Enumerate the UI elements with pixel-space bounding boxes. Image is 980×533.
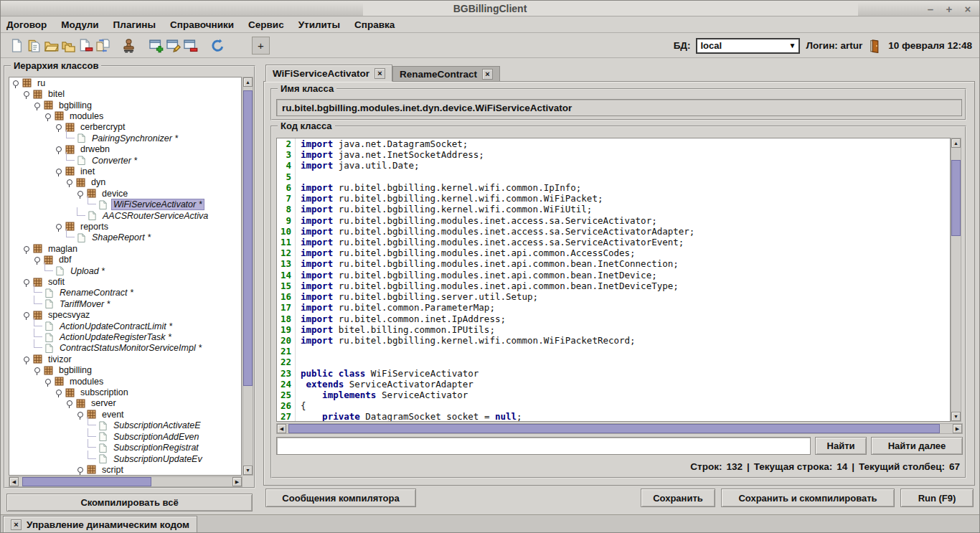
tree-horizontal-scrollbar[interactable]: ◀ ▶ [9,476,242,487]
expand-handle-icon[interactable] [77,189,85,198]
expand-handle-icon[interactable] [55,388,64,397]
scroll-right-icon[interactable]: ▶ [953,424,962,433]
exit-door-icon[interactable] [868,39,882,53]
tree-node-subscriptionregistrat[interactable]: SubscriptionRegistrat [9,442,241,453]
minimize-button[interactable]: – [925,3,936,15]
tree-node-modules[interactable]: modules [9,376,241,387]
menu-spravochniki[interactable]: Справочники [170,19,242,30]
expand-handle-icon[interactable] [55,145,64,154]
code-line-21[interactable]: 21 [277,346,950,357]
expand-handle-icon[interactable] [55,167,64,176]
save-and-compile-button[interactable]: Сохранить и скомпилировать [721,489,895,507]
tree-node-contractstatusmonitorserviceimpl[interactable]: ContractStatusMonitorServiceImpl * [9,343,241,354]
code-line-24[interactable]: 24 extends ServiceActivatorAdapter [277,379,950,390]
code-line-9[interactable]: 9import ru.bitel.bgbilling.modules.inet.… [277,215,950,226]
menu-dogovor[interactable]: Договор [6,19,55,30]
code-line-7[interactable]: 7import ru.bitel.bgbilling.kernel.wifi.c… [277,193,950,204]
code-line-18[interactable]: 18import ru.bitel.common.inet.IpAddress; [277,313,950,324]
tab-close-icon[interactable]: × [482,69,493,80]
tree-node-ru[interactable]: ru [9,77,241,88]
code-line-11[interactable]: 11import ru.bitel.bgbilling.modules.inet… [277,237,950,247]
tree-node-reports[interactable]: reports [9,221,241,232]
code-line-8[interactable]: 8import ru.bitel.bgbilling.kernel.wifi.c… [277,204,950,214]
code-line-5[interactable]: 5 [277,171,950,182]
code-line-3[interactable]: 3import java.net.InetSocketAddress; [277,149,950,160]
title-bar[interactable]: BGBillingClient – + × [1,1,979,16]
tree-hscroll-thumb[interactable] [22,477,151,486]
expand-handle-icon[interactable] [44,377,53,386]
code-line-17[interactable]: 17import ru.bitel.common.ParameterMap; [277,302,950,313]
tab-close-icon[interactable]: × [374,68,385,79]
code-line-23[interactable]: 23public class WiFiServiceActivator [277,368,950,379]
code-line-10[interactable]: 10import ru.bitel.bgbilling.modules.inet… [277,226,950,237]
menu-moduli[interactable]: Модули [61,19,106,30]
folders-icon[interactable] [60,37,77,55]
expand-handle-icon[interactable] [77,410,85,419]
expand-handle-icon[interactable] [34,366,42,374]
tree-node-renamecontract[interactable]: RenameContract * [9,288,241,298]
tab-close-icon[interactable]: × [11,519,22,530]
tree-node-cerbercrypt[interactable]: cerbercrypt [9,122,241,133]
db-select[interactable]: local ▼ [696,38,800,54]
compile-all-button[interactable]: Скомпилировать всё [6,494,253,511]
tree-node-dyn[interactable]: dyn [9,177,241,188]
tree-node-aacsrouterserviceactiva[interactable]: AACSRouterServiceActiva [9,210,241,221]
find-next-button[interactable]: Найти далее [871,437,963,455]
expand-handle-icon[interactable] [34,255,42,264]
code-line-27[interactable]: 27 private DatagramSocket socket = null; [277,411,950,422]
code-line-13[interactable]: 13import ru.bitel.bgbilling.modules.inet… [277,258,950,269]
expand-handle-icon[interactable] [55,123,64,131]
code-line-16[interactable]: 16import ru.bitel.bgbilling.server.util.… [277,291,950,302]
scroll-left-icon[interactable]: ◀ [277,424,286,433]
remove-window-icon[interactable] [182,37,199,55]
code-line-6[interactable]: 6import ru.bitel.bgbilling.kernel.wifi.c… [277,182,950,193]
add-window-icon[interactable] [147,37,164,55]
expand-handle-icon[interactable] [23,311,32,319]
tree-node-shapereport[interactable]: ShapeReport * [9,232,241,243]
scroll-left-icon[interactable]: ◀ [9,477,19,486]
menu-spravka[interactable]: Справка [354,19,402,30]
tree-node-maglan[interactable]: maglan [9,243,241,254]
edit-window-icon[interactable] [164,37,182,55]
new-document-icon[interactable] [8,37,25,55]
save-button[interactable]: Сохранить [641,489,715,507]
expand-handle-icon[interactable] [77,466,85,474]
tree-node-subscriptionupdateev[interactable]: SubscriptionUpdateEv [9,453,241,464]
tree-node-actionupdateregistertask[interactable]: ActionUpdateRegisterTask * [9,331,241,342]
code-horizontal-scrollbar[interactable]: ◀ ▶ [276,423,963,434]
tree-node-event[interactable]: event [9,409,241,420]
tree-node-modules[interactable]: modules [9,110,241,121]
code-editor[interactable]: 2import java.net.DatagramSocket;3import … [276,138,951,422]
tree-node-tivizor[interactable]: tivizor [9,354,241,364]
tree-node-pairingsynchronizer[interactable]: PairingSynchronizer * [9,133,241,143]
code-line-22[interactable]: 22 [277,357,950,367]
menu-servis[interactable]: Сервис [248,19,292,30]
run-button[interactable]: Run (F9) [900,489,974,507]
tree-node-script[interactable]: script [9,464,241,475]
tree-node-converter[interactable]: Converter * [9,155,241,166]
tree-node-drwebn[interactable]: drwebn [9,143,241,154]
tree-node-tariffmover[interactable]: TariffMover * [9,298,241,309]
tree-node-subscriptionactivatee[interactable]: SubscriptionActivateE [9,420,241,431]
compiler-messages-button[interactable]: Сообщения компилятора [265,489,416,507]
expand-handle-icon[interactable] [34,101,42,110]
code-hscroll-thumb[interactable] [288,424,940,433]
code-line-19[interactable]: 19import bitel.billing.common.IPUtils; [277,324,950,335]
close-button[interactable]: × [962,3,974,15]
open-folder-icon[interactable] [42,37,60,55]
tree-vertical-scrollbar[interactable]: ▲ ▼ [242,77,253,476]
refresh-icon[interactable] [209,37,226,55]
expand-handle-icon[interactable] [23,90,32,98]
tree-node-device[interactable]: device [9,188,241,199]
expand-handle-icon[interactable] [66,178,75,187]
tree-vscroll-thumb[interactable] [243,90,253,386]
scroll-up-icon[interactable]: ▲ [951,138,961,148]
code-line-26[interactable]: 26{ [277,400,950,411]
find-button[interactable]: Найти [815,437,867,455]
code-line-4[interactable]: 4import java.util.Date; [277,160,950,171]
code-line-14[interactable]: 14import ru.bitel.bgbilling.modules.inet… [277,270,950,280]
expand-handle-icon[interactable] [23,355,32,364]
add-tab-button[interactable]: + [252,37,270,55]
expand-handle-icon[interactable] [44,112,53,121]
stamp-icon[interactable] [120,37,137,55]
